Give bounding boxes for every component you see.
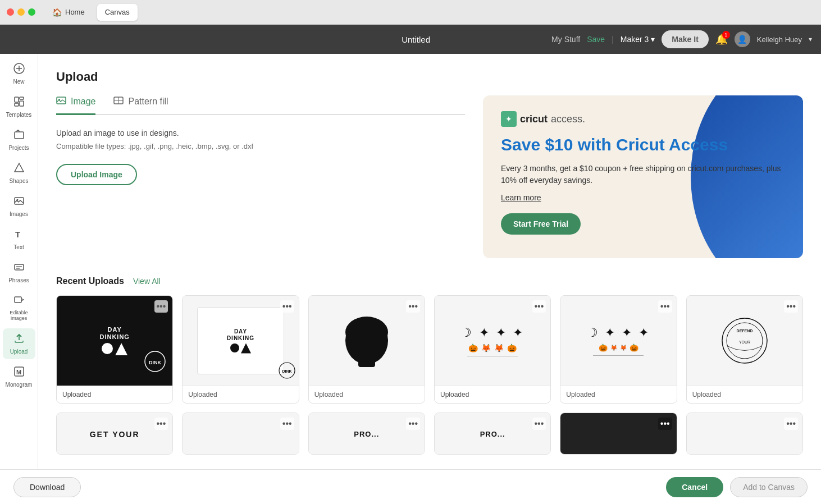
text-icon: T (13, 228, 25, 242)
tab-home-label: Home (65, 8, 85, 16)
svg-marker-8 (15, 163, 24, 172)
svg-rect-15 (15, 297, 21, 303)
sidebar-item-text[interactable]: T Text (3, 224, 35, 255)
sidebar-phrases-label: Phrases (8, 277, 29, 283)
cancel-button[interactable]: Cancel (666, 477, 723, 497)
svg-point-30 (345, 317, 388, 348)
svg-rect-12 (15, 264, 24, 270)
user-avatar[interactable]: 👤 (735, 31, 750, 47)
card-5-label: Uploaded (560, 386, 676, 403)
sidebar-item-monogram[interactable]: M Monogram (3, 361, 35, 392)
user-name[interactable]: Kelleigh Huey (757, 35, 802, 44)
notification-badge: 1 (722, 31, 730, 39)
card-5-menu[interactable]: ••• (658, 300, 672, 313)
my-stuff-link[interactable]: My Stuff (551, 35, 580, 44)
sidebar-new-label: New (13, 79, 24, 85)
tab-pattern-fill[interactable]: Pattern fill (113, 95, 168, 115)
maximize-button[interactable] (28, 8, 35, 16)
traffic-lights (7, 8, 35, 16)
upload-card-6[interactable]: DEFEND YOUR ••• Uploaded (686, 295, 803, 404)
upload-card-7[interactable]: GET YOUR ••• (56, 413, 173, 455)
card-9-menu[interactable]: ••• (406, 418, 420, 430)
upload-card-1[interactable]: DAYDINKING DINK ••• Uploaded (56, 295, 173, 404)
sidebar-item-images[interactable]: Images (3, 191, 35, 222)
upload-card-8[interactable]: ••• (182, 413, 299, 455)
card-6-image: DEFEND YOUR ••• (687, 296, 802, 386)
upload-filetypes: Compatible file types: .jpg, .gif, .png,… (56, 142, 465, 150)
card-5-image: ☽ ✦ ✦ ✦ 🎃🦊🦊🎃 ••• (560, 296, 676, 386)
content-area: Upload Image Pattern fi (38, 54, 821, 504)
upload-icon (13, 333, 25, 347)
recent-uploads-header: Recent Uploads View All (56, 276, 803, 286)
svg-text:M: M (16, 369, 21, 375)
card-1-menu[interactable]: ••• (154, 300, 168, 313)
download-button[interactable]: Download (13, 477, 81, 497)
monogram-icon: M (13, 366, 25, 380)
card-3-image: ••• (309, 296, 425, 386)
upload-card-11[interactable]: ••• (560, 413, 677, 455)
svg-text:DINK: DINK (282, 369, 291, 373)
card-11-menu[interactable]: ••• (658, 418, 672, 430)
templates-icon (13, 96, 25, 110)
upload-tab-row: Image Pattern fill (56, 95, 465, 115)
card-10-menu[interactable]: ••• (532, 418, 546, 430)
sidebar-text-label: Text (13, 244, 24, 250)
make-it-button[interactable]: Make It (662, 30, 708, 48)
view-all-link[interactable]: View All (133, 277, 161, 286)
card-12-menu[interactable]: ••• (784, 418, 798, 430)
content-with-promo: Image Pattern fill Upload an image to us… (56, 95, 803, 258)
card-7-menu[interactable]: ••• (154, 418, 168, 430)
save-button[interactable]: Save (587, 35, 605, 44)
promo-headline: Save $10 with Cricut Access (501, 135, 785, 155)
document-title[interactable]: Untitled (280, 35, 551, 44)
sidebar-monogram-label: Monogram (6, 382, 33, 388)
promo-learn-more-link[interactable]: Learn more (501, 193, 785, 202)
cricut-logo-icon: ✦ (501, 111, 517, 127)
start-free-trial-button[interactable]: Start Free Trial (501, 213, 581, 235)
add-to-canvas-button[interactable]: Add to Canvas (730, 477, 808, 497)
close-button[interactable] (7, 8, 14, 16)
card-6-menu[interactable]: ••• (784, 300, 798, 313)
promo-banner: ✦ cricut access. Save $10 with Cricut Ac… (483, 95, 803, 258)
card-2-image: DAYDINKING DINK ••• (183, 296, 298, 386)
sidebar-item-phrases[interactable]: Phrases (3, 257, 35, 288)
sidebar-item-templates[interactable]: Templates (3, 91, 35, 122)
card-4-menu[interactable]: ••• (532, 300, 546, 313)
upload-left: Image Pattern fill Upload an image to us… (56, 95, 465, 258)
tab-home[interactable]: 🏠 Home (44, 4, 93, 21)
tab-canvas[interactable]: Canvas (97, 4, 138, 21)
user-menu-chevron[interactable]: ▾ (809, 35, 812, 43)
upload-card-9[interactable]: PRO... ••• (308, 413, 425, 455)
maker-selector[interactable]: Maker 3 ▾ (621, 35, 655, 44)
sidebar-shapes-label: Shapes (10, 178, 29, 184)
minimize-button[interactable] (17, 8, 25, 16)
sidebar-item-new[interactable]: New (3, 58, 35, 89)
svg-rect-6 (15, 103, 19, 106)
card-2-menu[interactable]: ••• (280, 300, 294, 313)
upload-image-button[interactable]: Upload Image (56, 164, 137, 185)
card-8-image: ••• (183, 413, 298, 455)
card-2-label: Uploaded (183, 386, 298, 403)
upload-card-3[interactable]: ••• Uploaded (308, 295, 425, 404)
sidebar-item-editable-images[interactable]: Editable Images (3, 290, 35, 326)
card-8-menu[interactable]: ••• (280, 418, 294, 430)
upload-card-12[interactable]: ••• (686, 413, 803, 455)
promo-logo: ✦ cricut access. (501, 111, 785, 127)
uploads-grid-row2: GET YOUR ••• ••• PRO... ••• PRO... ••• (56, 413, 803, 455)
card-3-menu[interactable]: ••• (406, 300, 420, 313)
notification-bell[interactable]: 🔔 1 (715, 33, 728, 45)
svg-text:YOUR: YOUR (739, 340, 750, 344)
tab-image[interactable]: Image (56, 95, 95, 115)
editable-images-icon (13, 295, 25, 309)
sidebar-templates-label: Templates (6, 112, 32, 118)
main-layout: New Templates Projects Shapes Images (0, 54, 821, 504)
sidebar-item-upload[interactable]: Upload (3, 328, 35, 359)
upload-card-4[interactable]: ☽ ✦ ✦ ✦ 🎃🦊🦊🎃 ••• Uploaded (434, 295, 551, 404)
upload-card-10[interactable]: PRO... ••• (434, 413, 551, 455)
sidebar-upload-label: Upload (10, 349, 28, 355)
upload-card-2[interactable]: DAYDINKING DINK ••• Uploaded (182, 295, 299, 404)
svg-text:DINK: DINK (149, 360, 161, 365)
sidebar-item-shapes[interactable]: Shapes (3, 158, 35, 189)
upload-card-5[interactable]: ☽ ✦ ✦ ✦ 🎃🦊🦊🎃 ••• Uploaded (560, 295, 677, 404)
sidebar-item-projects[interactable]: Projects (3, 125, 35, 155)
